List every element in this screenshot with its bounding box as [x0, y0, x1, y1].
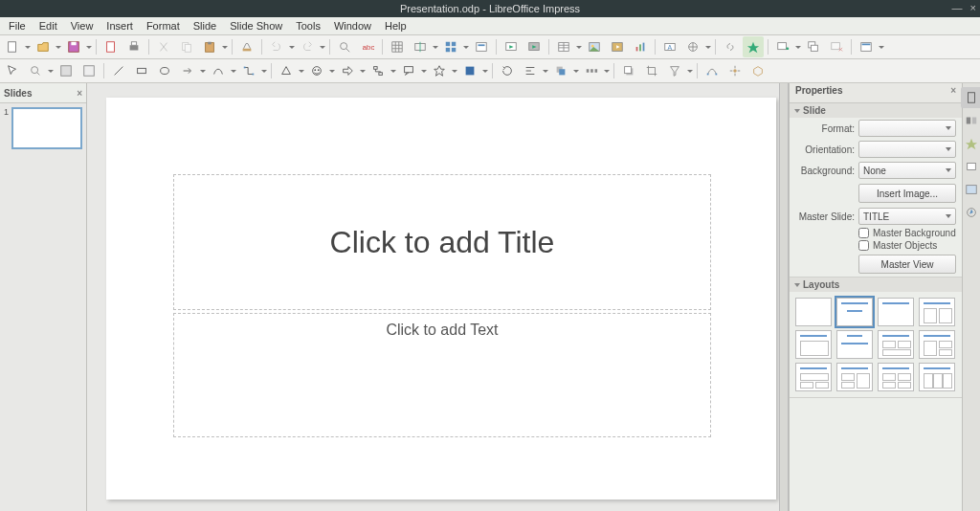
title-placeholder[interactable]: Click to add Title: [173, 174, 711, 310]
splitter[interactable]: [779, 83, 789, 511]
zoom-pan-icon[interactable]: [25, 60, 46, 81]
insert-chart-icon[interactable]: [630, 36, 651, 57]
align-icon[interactable]: [520, 60, 541, 81]
export-pdf-icon[interactable]: [100, 36, 122, 57]
fill-color-icon[interactable]: [78, 60, 100, 81]
rotate-icon[interactable]: [497, 60, 518, 81]
gluepoints-icon[interactable]: [724, 60, 746, 81]
layout-9[interactable]: [795, 363, 832, 391]
close-icon[interactable]: ×: [970, 2, 976, 13]
slide-layout-icon[interactable]: [856, 36, 877, 57]
close-properties-icon[interactable]: ×: [950, 85, 956, 100]
distribute-icon[interactable]: [581, 60, 602, 81]
master-slide-icon[interactable]: [471, 36, 492, 57]
callout-icon[interactable]: [398, 60, 419, 81]
select-icon[interactable]: [2, 60, 23, 81]
save-icon[interactable]: [63, 36, 84, 57]
menu-format[interactable]: Format: [140, 18, 187, 33]
layout-blank[interactable]: [795, 298, 832, 326]
layout-title-content[interactable]: [836, 298, 873, 326]
animation-tab-icon[interactable]: [961, 133, 980, 154]
menu-slideshow[interactable]: Slide Show: [223, 18, 289, 33]
undo-icon[interactable]: [266, 36, 287, 57]
print-icon[interactable]: [123, 36, 145, 57]
close-panel-icon[interactable]: ×: [77, 88, 82, 99]
master-slide-combo[interactable]: TITLE: [858, 208, 956, 225]
layout-12[interactable]: [919, 363, 955, 391]
shadow-icon[interactable]: [618, 60, 639, 81]
orientation-combo[interactable]: [858, 141, 956, 158]
slide-canvas[interactable]: Click to add Title Click to add Text: [106, 98, 776, 500]
line-icon[interactable]: [108, 60, 129, 81]
layout-two-content[interactable]: [919, 298, 955, 326]
menu-slide[interactable]: Slide: [187, 18, 223, 33]
start-slideshow-icon[interactable]: [501, 36, 522, 57]
new-icon[interactable]: [2, 36, 23, 57]
layout-10[interactable]: [836, 363, 873, 391]
insert-av-icon[interactable]: [607, 36, 628, 57]
ellipse-icon[interactable]: [154, 60, 175, 81]
flowchart-icon[interactable]: [368, 60, 389, 81]
redo-icon[interactable]: [297, 36, 318, 57]
duplicate-slide-icon[interactable]: [803, 36, 824, 57]
paste-icon[interactable]: [199, 36, 220, 57]
menu-help[interactable]: Help: [378, 18, 413, 33]
insert-hyperlink-icon[interactable]: [720, 36, 741, 57]
cut-icon[interactable]: [153, 36, 174, 57]
layouts-section-header[interactable]: Layouts: [790, 278, 962, 292]
layout-11[interactable]: [878, 363, 914, 391]
stars-icon[interactable]: [429, 60, 450, 81]
animation-icon[interactable]: [743, 36, 764, 57]
layout-7[interactable]: [878, 330, 914, 359]
background-combo[interactable]: None: [858, 162, 956, 179]
save-dropdown[interactable]: [86, 37, 92, 56]
master-objects-checkbox[interactable]: [858, 240, 869, 251]
slide-transition-tab-icon[interactable]: [961, 110, 980, 131]
paste-dropdown[interactable]: [222, 37, 228, 56]
slide-thumbnail-1[interactable]: [11, 107, 82, 149]
gallery-tab-icon[interactable]: [961, 179, 980, 200]
redo-dropdown[interactable]: [320, 37, 325, 56]
open-dropdown[interactable]: [56, 37, 61, 56]
properties-tab-icon[interactable]: [961, 87, 980, 108]
grid-icon[interactable]: [387, 36, 408, 57]
menu-file[interactable]: File: [2, 18, 33, 33]
master-view-button[interactable]: Master View: [858, 255, 956, 274]
symbol-shapes-icon[interactable]: [306, 60, 327, 81]
delete-slide-icon[interactable]: [826, 36, 847, 57]
canvas-area[interactable]: Click to add Title Click to add Text: [87, 83, 779, 511]
spellcheck-icon[interactable]: abc: [357, 36, 378, 57]
new-slide-icon[interactable]: [772, 36, 793, 57]
arrow-icon[interactable]: [177, 60, 198, 81]
display-views-icon[interactable]: [440, 36, 461, 57]
text-placeholder[interactable]: Click to add Text: [173, 313, 711, 437]
layout-8[interactable]: [919, 330, 955, 359]
basic-shapes-icon[interactable]: [276, 60, 297, 81]
insert-textbox-icon[interactable]: A: [659, 36, 680, 57]
insert-fontwork-icon[interactable]: [682, 36, 703, 57]
curve-icon[interactable]: [208, 60, 229, 81]
layout-6[interactable]: [836, 330, 873, 359]
block-arrows-icon[interactable]: [337, 60, 358, 81]
insert-image-button[interactable]: Insert Image...: [858, 184, 956, 203]
crop-icon[interactable]: [641, 60, 662, 81]
menu-view[interactable]: View: [64, 18, 100, 33]
3d-icon[interactable]: [459, 60, 480, 81]
master-background-checkbox[interactable]: [858, 228, 869, 238]
slide-section-header[interactable]: Slide: [790, 103, 962, 118]
menu-tools[interactable]: Tools: [289, 18, 327, 33]
snap-icon[interactable]: [410, 36, 431, 57]
connector-icon[interactable]: [238, 60, 259, 81]
insert-image-icon[interactable]: [584, 36, 605, 57]
points-icon[interactable]: [702, 60, 723, 81]
insert-table-icon[interactable]: [553, 36, 574, 57]
format-combo[interactable]: [858, 120, 956, 137]
extrusion-icon[interactable]: [747, 60, 768, 81]
find-icon[interactable]: [334, 36, 355, 57]
master-slides-tab-icon[interactable]: [961, 156, 980, 177]
menu-insert[interactable]: Insert: [100, 18, 140, 33]
new-dropdown[interactable]: [25, 37, 31, 56]
undo-dropdown[interactable]: [289, 37, 295, 56]
menu-edit[interactable]: Edit: [33, 18, 64, 33]
clone-format-icon[interactable]: [236, 36, 257, 57]
